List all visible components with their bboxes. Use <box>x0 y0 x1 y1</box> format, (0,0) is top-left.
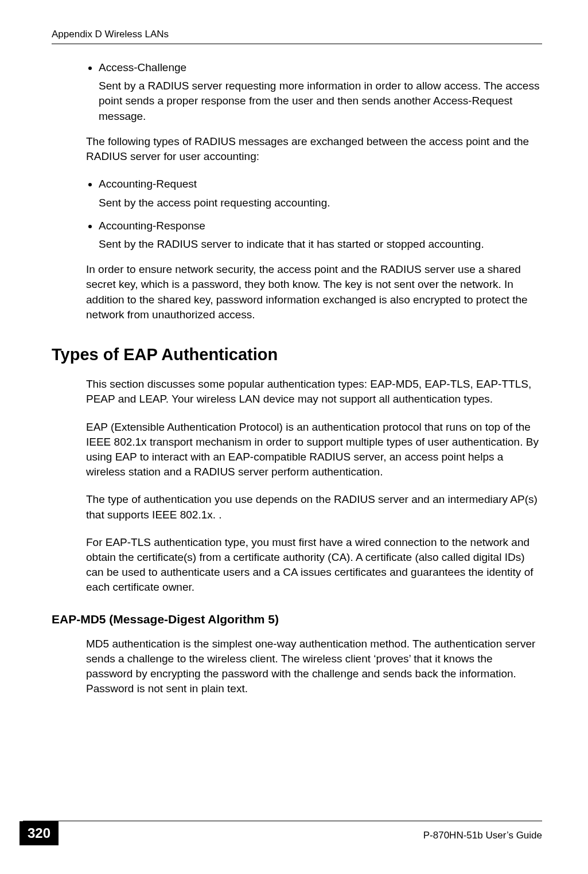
bullet-list-1: Access-Challenge Sent by a RADIUS server… <box>86 60 542 124</box>
bullet-desc: Sent by the access point requesting acco… <box>99 196 542 210</box>
bullet-desc: Sent by the RADIUS server to indicate th… <box>99 237 542 252</box>
header-text: Appendix D Wireless LANs <box>52 29 169 40</box>
page-content: Access-Challenge Sent by a RADIUS server… <box>86 60 542 697</box>
page-header: Appendix D Wireless LANs <box>52 29 542 44</box>
bullet-title: Access-Challenge <box>99 61 186 73</box>
page-footer: 320 P-870HN-51b User’s Guide <box>0 821 588 845</box>
subsection-heading: EAP-MD5 (Message-Digest Algorithm 5) <box>52 612 542 626</box>
list-item: Access-Challenge Sent by a RADIUS server… <box>99 60 542 124</box>
paragraph: In order to ensure network security, the… <box>86 262 542 322</box>
paragraph: This section discusses some popular auth… <box>86 377 542 407</box>
guide-name: P-870HN-51b User’s Guide <box>423 830 542 841</box>
paragraph: MD5 authentication is the simplest one-w… <box>86 637 542 697</box>
bullet-title: Accounting-Request <box>99 178 197 190</box>
paragraph: For EAP-TLS authentication type, you mus… <box>86 535 542 595</box>
paragraph: The following types of RADIUS messages a… <box>86 134 542 164</box>
list-item: Accounting-Request Sent by the access po… <box>99 177 542 210</box>
section-heading: Types of EAP Authentication <box>52 345 542 364</box>
paragraph: The type of authentication you use depen… <box>86 492 542 522</box>
bullet-list-2: Accounting-Request Sent by the access po… <box>86 177 542 252</box>
paragraph: EAP (Extensible Authentication Protocol)… <box>86 420 542 480</box>
bullet-title: Accounting-Response <box>99 220 205 232</box>
page-number: 320 <box>20 821 59 845</box>
bullet-desc: Sent by a RADIUS server requesting more … <box>99 79 542 124</box>
list-item: Accounting-Response Sent by the RADIUS s… <box>99 219 542 252</box>
